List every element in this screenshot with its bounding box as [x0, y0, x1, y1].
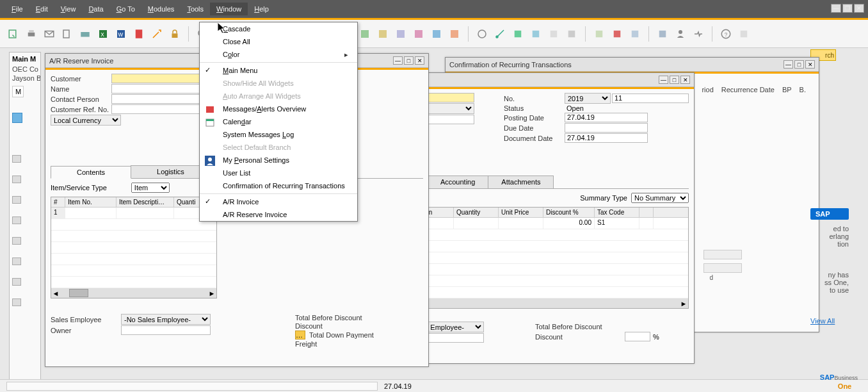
- currency-select[interactable]: Local Currency: [51, 115, 121, 126]
- sales-employee-select[interactable]: -No Sales Employee-: [121, 314, 211, 325]
- maximize-icon[interactable]: □: [404, 56, 414, 65]
- item-service-select[interactable]: Item: [131, 183, 170, 193]
- menu-item-color[interactable]: Color▸: [200, 48, 357, 61]
- tab-accounting[interactable]: Accounting: [427, 176, 488, 188]
- tb-icon[interactable]: [511, 27, 525, 41]
- document-date-field[interactable]: 27.04.19: [565, 133, 648, 143]
- menu-tools[interactable]: Tools: [181, 3, 210, 15]
- tb-icon[interactable]: [737, 27, 751, 41]
- menu-item-messages-alerts-overview[interactable]: Messages/Alerts Overview: [200, 102, 357, 115]
- minimize-icon[interactable]: —: [784, 60, 793, 69]
- maximize-icon[interactable]: □: [794, 60, 804, 69]
- lock-icon[interactable]: [168, 27, 182, 41]
- menu-modules[interactable]: Modules: [141, 3, 181, 15]
- mail-icon[interactable]: [42, 27, 56, 41]
- help-icon[interactable]: ?: [719, 27, 733, 41]
- svg-text:X: X: [100, 31, 104, 37]
- posting-date-field[interactable]: 27.04.19: [565, 113, 648, 122]
- tb-icon[interactable]: [529, 27, 543, 41]
- menu-item-confirmation-of-recurring-transactions[interactable]: Confirmation of Recurring Transactions: [200, 179, 357, 192]
- minimize-icon[interactable]: —: [831, 4, 841, 13]
- summary-type-select[interactable]: No Summary: [631, 193, 689, 203]
- name-field[interactable]: [111, 84, 204, 94]
- pdf-icon[interactable]: [132, 27, 146, 41]
- customer-field[interactable]: [111, 74, 204, 83]
- items-grid[interactable]: # Item No. Item Descripti… Quanti 1 ◄►: [51, 197, 217, 298]
- menu-data[interactable]: Data: [82, 3, 109, 15]
- view-all-link[interactable]: View All: [810, 317, 849, 325]
- series-select[interactable]: 2019: [565, 93, 611, 104]
- tab-attachments[interactable]: Attachments: [488, 176, 554, 188]
- close-icon[interactable]: ✕: [415, 56, 424, 65]
- tb-icon[interactable]: [376, 27, 390, 41]
- word-icon[interactable]: W: [114, 27, 128, 41]
- tb-icon[interactable]: [592, 27, 606, 41]
- contact-field[interactable]: [111, 94, 204, 104]
- menu-item-a-r-invoice[interactable]: A/R Invoice✓: [200, 195, 357, 208]
- menu-item-my-personal-settings[interactable]: My Personal Settings: [200, 154, 357, 167]
- main-toolbar: X W ?: [0, 20, 868, 48]
- maximize-icon[interactable]: □: [670, 76, 679, 84]
- hscrollbar[interactable]: ◄►: [51, 288, 216, 298]
- close-icon[interactable]: ✕: [854, 4, 864, 13]
- workspace: Main M OEC Co Jayson B M rch Confirmatio…: [0, 48, 868, 391]
- col-recurrence-date: Recurrence Date: [721, 86, 775, 94]
- menu-item-system-messages-log[interactable]: System Messages Log: [200, 128, 357, 141]
- menu-item-a-r-reserve-invoice[interactable]: A/R Reserve Invoice: [200, 208, 357, 221]
- owner-field[interactable]: [121, 325, 211, 335]
- menu-item-calendar[interactable]: Calendar: [200, 115, 357, 128]
- tb-icon[interactable]: [394, 27, 408, 41]
- due-date-field[interactable]: [565, 123, 648, 133]
- tb-icon[interactable]: [628, 27, 642, 41]
- menu-item-close-all[interactable]: Close All: [200, 35, 357, 48]
- tb-icon[interactable]: [475, 27, 489, 41]
- tree-node[interactable]: [12, 155, 21, 163]
- maximize-icon[interactable]: ❐: [842, 4, 853, 13]
- docnum-field[interactable]: 11: [612, 94, 689, 103]
- svg-rect-30: [632, 30, 639, 37]
- fax-icon[interactable]: [78, 27, 92, 41]
- preview-icon[interactable]: [6, 27, 20, 41]
- tree-node[interactable]: [12, 196, 21, 204]
- tb-icon[interactable]: [547, 27, 561, 41]
- main-menu-tab[interactable]: M: [12, 86, 24, 97]
- tree-node[interactable]: [12, 257, 21, 265]
- tb-icon[interactable]: [655, 27, 670, 41]
- menu-goto[interactable]: Go To: [110, 3, 141, 15]
- tb-icon[interactable]: [493, 27, 507, 41]
- menu-item-main-menu[interactable]: Main Menu✓: [200, 64, 357, 77]
- discount-field[interactable]: [625, 332, 650, 341]
- tree-node[interactable]: [12, 176, 21, 183]
- tb-icon[interactable]: [610, 27, 624, 41]
- menu-window[interactable]: Window: [210, 3, 248, 15]
- minimize-icon[interactable]: —: [659, 76, 668, 84]
- minimize-icon[interactable]: —: [393, 56, 403, 65]
- menu-view[interactable]: View: [54, 3, 83, 15]
- menu-edit[interactable]: Edit: [29, 3, 54, 15]
- tb-icon[interactable]: [691, 27, 705, 41]
- print-icon[interactable]: [24, 27, 38, 41]
- launch-icon[interactable]: [150, 27, 164, 41]
- tb-icon[interactable]: [412, 27, 426, 41]
- excel-icon[interactable]: X: [96, 27, 110, 41]
- tree-node[interactable]: [12, 216, 21, 224]
- tb-icon[interactable]: [358, 27, 372, 41]
- tb-icon[interactable]: [673, 27, 687, 41]
- close-icon[interactable]: ✕: [805, 60, 815, 69]
- expand-icon[interactable]: …: [295, 331, 305, 339]
- drag-relations-icon[interactable]: [12, 113, 22, 123]
- svg-text:W: W: [118, 31, 124, 37]
- tb-icon[interactable]: [430, 27, 444, 41]
- tree-node[interactable]: [12, 298, 21, 306]
- tb-icon[interactable]: [565, 27, 579, 41]
- custref-field[interactable]: [111, 104, 204, 114]
- tree-node[interactable]: [12, 237, 21, 245]
- sms-icon[interactable]: [60, 27, 74, 41]
- menu-file[interactable]: File: [5, 3, 29, 15]
- menu-item-user-list[interactable]: User List: [200, 167, 357, 179]
- tb-icon[interactable]: [447, 27, 462, 41]
- tree-node[interactable]: [12, 278, 21, 286]
- close-icon[interactable]: ✕: [680, 76, 690, 84]
- tab-contents[interactable]: Contents: [51, 166, 131, 179]
- menu-help[interactable]: Help: [248, 3, 275, 15]
